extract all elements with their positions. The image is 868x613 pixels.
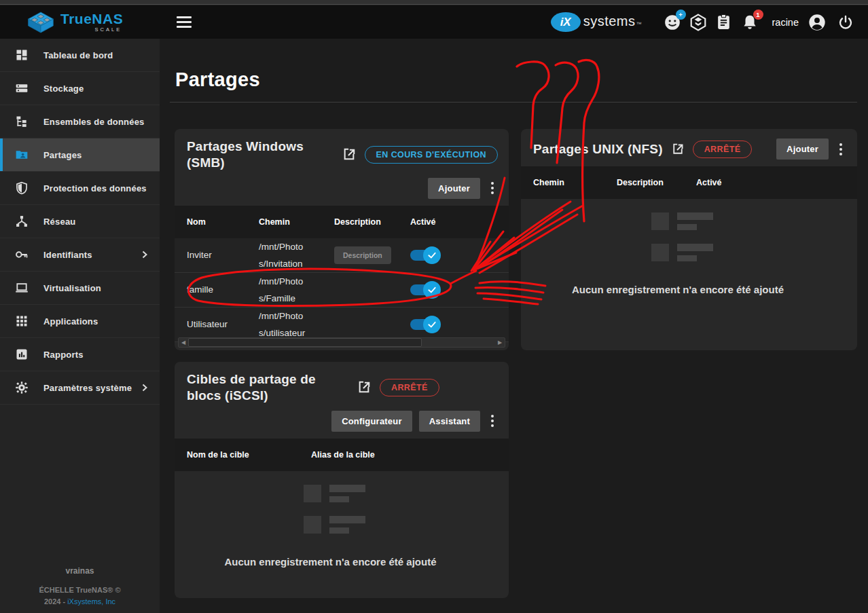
dashboard-icon (15, 48, 29, 62)
col-nom: Nom (187, 217, 259, 227)
sidebar-item-virtualization[interactable]: Virtualisation (0, 272, 160, 305)
nfs-card: Partages UNIX (NFS) ARRÊTÉ Ajouter Chemi… (521, 129, 857, 350)
smb-card-title: Partages Windows (SMB) (187, 138, 333, 171)
iscsi-card-title: Cibles de partage de blocs (iSCSI) (187, 371, 348, 404)
menu-toggle-button[interactable] (174, 14, 194, 31)
smb-horizontal-scrollbar[interactable]: ◀ ▶ (178, 337, 505, 348)
nfs-open-in-new-button[interactable] (670, 141, 686, 157)
scroll-left-arrow[interactable]: ◀ (179, 338, 188, 347)
ixsystems-link[interactable]: iXsystems, Inc (67, 597, 115, 606)
main-content: Partages Partages Windows (SMB) EN COURS… (160, 39, 868, 613)
smb-more-menu-button[interactable] (487, 181, 498, 196)
power-button[interactable] (835, 12, 856, 33)
ixsystems-logo: iX systems ™ (551, 12, 642, 32)
alerts-button[interactable]: 1 (740, 12, 760, 33)
col-chemin: Chemin (533, 178, 617, 187)
sidebar-item-reports[interactable]: Rapports (0, 338, 160, 371)
col-description: Description (617, 178, 696, 187)
feedback-button[interactable]: + (662, 12, 683, 33)
sidebar-item-label: Virtualisation (43, 283, 101, 293)
topbar: TrueNAS SCALE iX systems ™ + (0, 5, 868, 39)
feedback-plus-badge: + (676, 10, 686, 20)
sidebar-item-label: Paramètres système (43, 383, 132, 393)
alert-count-badge: 1 (753, 10, 763, 20)
sidebar-item-credentials[interactable]: Identifiants (0, 238, 160, 272)
col-chemin: Chemin (259, 217, 334, 227)
share-name: Utilisateur (187, 319, 259, 329)
nfs-table-header: Chemin Description Activé (521, 166, 857, 199)
sidebar-item-label: Applications (43, 316, 98, 327)
sidebar-item-storage[interactable]: Stockage (0, 72, 160, 105)
jobs-button[interactable] (714, 12, 734, 33)
sidebar-item-applications[interactable]: Applications (0, 305, 160, 338)
reports-chart-icon (15, 348, 29, 361)
smb-row-famille[interactable]: famille /mnt/Photos/Famille (175, 273, 509, 308)
empty-placeholder-graphic (651, 212, 727, 275)
scroll-track[interactable] (188, 338, 495, 347)
sidebar-footer: vrainas ÉCHELLE TrueNAS® © 2024 - iXsyst… (0, 565, 160, 608)
smb-table-header: Nom Chemin Description Activé (175, 206, 509, 238)
chevron-right-icon (141, 250, 149, 259)
share-path: /mnt/Photos/utilisateur (259, 308, 334, 341)
sidebar: Tableau de bord Stockage Ensembles de do… (0, 39, 160, 613)
sidebar-item-label: Tableau de bord (43, 50, 113, 60)
iscsi-open-in-new-button[interactable] (355, 379, 373, 396)
iscsi-empty-text: Aucun enregistrement n'a encore été ajou… (225, 555, 459, 569)
col-description: Description (334, 217, 410, 227)
nfs-service-status-pill[interactable]: ARRÊTÉ (693, 141, 753, 158)
iscsi-table-header: Nom de la cible Alias de la cible (175, 439, 509, 471)
gear-icon (15, 381, 29, 394)
storage-icon (15, 81, 29, 95)
username-label: racine (772, 17, 799, 28)
sidebar-item-dashboard[interactable]: Tableau de bord (0, 39, 160, 72)
smb-row-utilisateur[interactable]: Utilisateur /mnt/Photos/utilisateur (175, 308, 509, 342)
smb-service-status-pill[interactable]: EN COURS D'EXÉCUTION (365, 146, 498, 164)
smb-add-button[interactable]: Ajouter (428, 178, 480, 199)
nfs-more-menu-button[interactable] (835, 142, 846, 157)
nfs-empty-text: Aucun enregistrement n'a encore été ajou… (572, 283, 806, 297)
network-icon (15, 215, 29, 228)
iscsi-wizard-config-button[interactable]: Configurateur (331, 411, 412, 432)
enabled-toggle[interactable] (410, 319, 437, 330)
page-title: Partages (175, 69, 260, 91)
hostname-label: vrainas (0, 565, 160, 578)
truecommand-button[interactable] (688, 12, 708, 33)
smb-open-in-new-button[interactable] (340, 146, 358, 164)
share-name: Inviter (187, 250, 259, 260)
title-divider (170, 102, 857, 103)
sidebar-item-data-protection[interactable]: Protection des données (0, 172, 160, 205)
account-button[interactable] (807, 12, 827, 33)
sidebar-item-label: Stockage (43, 83, 84, 94)
share-path: /mnt/Photos/Invitation (259, 238, 334, 272)
scroll-right-arrow[interactable]: ▶ (495, 338, 505, 347)
share-name: famille (187, 284, 259, 295)
sidebar-item-label: Réseau (43, 217, 75, 227)
chevron-right-icon (141, 384, 149, 392)
toggle-check-icon (423, 281, 441, 299)
sidebar-item-label: Protection des données (43, 183, 147, 193)
enabled-toggle[interactable] (410, 284, 437, 295)
empty-placeholder-graphic (304, 485, 380, 547)
sidebar-item-datasets[interactable]: Ensembles de données (0, 105, 160, 138)
open-in-new-icon (357, 380, 372, 395)
shares-folder-icon (15, 148, 29, 162)
col-active: Activé (410, 217, 509, 227)
shield-icon (15, 181, 29, 195)
open-in-new-icon (342, 147, 357, 162)
col-active: Activé (696, 178, 857, 187)
description-placeholder-chip: Description (334, 246, 391, 264)
iscsi-assistant-button[interactable]: Assistant (419, 411, 480, 432)
scroll-thumb[interactable] (188, 338, 422, 347)
toggle-check-icon (423, 316, 441, 333)
sidebar-item-network[interactable]: Réseau (0, 205, 160, 238)
iscsi-more-menu-button[interactable] (487, 413, 498, 428)
nfs-add-button[interactable]: Ajouter (776, 138, 829, 160)
enabled-toggle[interactable] (410, 250, 437, 261)
sidebar-item-system-settings[interactable]: Paramètres système (0, 371, 160, 405)
truenas-brand[interactable]: TrueNAS SCALE (0, 11, 160, 34)
nfs-empty-state: Aucun enregistrement n'a encore été ajou… (521, 199, 857, 297)
iscsi-service-status-pill[interactable]: ARRÊTÉ (380, 379, 439, 396)
sidebar-item-shares[interactable]: Partages (0, 138, 160, 172)
smb-row-inviter[interactable]: Inviter /mnt/Photos/Invitation Descripti… (175, 238, 509, 273)
truenas-logo-icon (27, 11, 54, 34)
